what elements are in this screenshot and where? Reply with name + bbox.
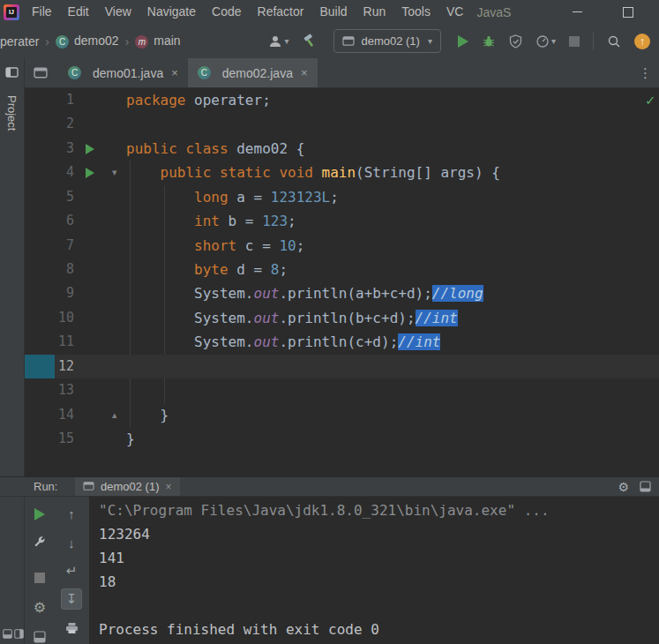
editor-line-13[interactable]: 13 <box>25 378 659 402</box>
toolwindow-icon[interactable] <box>3 629 12 639</box>
minimize-button[interactable] <box>562 0 592 24</box>
console-settings-gear-icon[interactable]: ⚙ <box>29 596 50 618</box>
line-number[interactable]: 5 <box>25 185 74 209</box>
console-line[interactable]: Process finished with exit code 0 <box>99 618 655 641</box>
menu-refactor[interactable]: Refactor <box>250 0 312 24</box>
breadcrumb-method[interactable]: mmain <box>135 34 180 49</box>
run-with-coverage-button[interactable] <box>509 34 522 49</box>
next-occurrence-icon[interactable]: ↓ <box>61 532 82 553</box>
run-gutter-icon[interactable] <box>86 168 94 178</box>
run-button[interactable] <box>458 35 468 48</box>
run-settings-gear-icon[interactable]: ⚙ <box>618 479 629 495</box>
console-line[interactable] <box>99 594 655 618</box>
breadcrumb-class[interactable]: Cdemo02 <box>56 34 119 49</box>
tab-demo02[interactable]: C demo02.java × <box>188 58 318 87</box>
console-line[interactable]: "C:\Program Files\Java\jdk1.8.0_321\bin\… <box>99 498 655 522</box>
hide-panel-icon[interactable] <box>640 481 651 492</box>
line-number[interactable]: 2 <box>25 112 74 136</box>
line-number[interactable]: 12 <box>25 355 74 378</box>
editor-line-6[interactable]: 6 int b = 123; <box>25 209 659 233</box>
print-icon[interactable] <box>61 618 82 639</box>
editor-line-8[interactable]: 8 byte d = 8; <box>25 258 659 281</box>
more-options-icon[interactable]: ⋮ <box>639 65 659 81</box>
menu-code[interactable]: Code <box>204 0 249 24</box>
toolwindow-icon[interactable] <box>14 629 24 639</box>
console-window-icon <box>83 482 94 491</box>
build-hammer-button[interactable] <box>302 34 317 49</box>
fold-icon[interactable]: ▴ <box>112 403 117 427</box>
line-number[interactable]: 8 <box>25 258 74 281</box>
line-number[interactable]: 13 <box>25 378 74 402</box>
soft-wrap-icon[interactable]: ↵ <box>61 560 82 581</box>
close-icon[interactable]: × <box>171 66 178 79</box>
menu-run[interactable]: Run <box>356 0 394 24</box>
window-title-fragment: JavaS <box>476 5 511 19</box>
chevron-down-icon: ▾ <box>428 36 432 46</box>
editor-line-7[interactable]: 7 short c = 10; <box>25 234 659 258</box>
run-tab-demo02[interactable]: demo02 (1) × <box>75 477 180 496</box>
editor-line-5[interactable]: 5 long a = 123123L; <box>25 185 659 209</box>
profiler-button[interactable]: ▾ <box>535 34 556 49</box>
close-icon[interactable]: × <box>301 66 308 79</box>
scroll-to-end-icon[interactable]: ↧ <box>61 588 82 610</box>
editor-line-9[interactable]: 9 System.out.println(a+b+c+d);//long <box>25 281 659 305</box>
stop-button[interactable] <box>569 36 580 47</box>
line-number[interactable]: 7 <box>25 234 74 258</box>
stop-process-button[interactable] <box>29 567 50 588</box>
line-number[interactable]: 9 <box>25 281 74 305</box>
code-text: long a = 123123L; <box>126 185 339 209</box>
editor-line-10[interactable]: 10 System.out.println(b+c+d);//int <box>25 306 659 330</box>
console-line[interactable]: 18 <box>99 570 655 594</box>
menu-vc[interactable]: VC <box>438 0 471 24</box>
inspections-ok-icon[interactable]: ✓ <box>645 93 656 109</box>
editor-window-icon <box>34 67 48 79</box>
tab-demo01[interactable]: C demo01.java × <box>58 58 188 87</box>
fold-icon[interactable]: ▾ <box>112 161 117 184</box>
line-number[interactable]: 11 <box>25 330 74 354</box>
project-tool-icon[interactable] <box>5 67 19 79</box>
run-gutter-icon[interactable] <box>86 144 94 154</box>
editor-line-11[interactable]: 11 System.out.println(c+d);//int <box>25 330 659 354</box>
modify-run-wrench-icon[interactable] <box>29 532 50 553</box>
menu-view[interactable]: View <box>97 0 139 24</box>
menu-navigate[interactable]: Navigate <box>139 0 204 24</box>
breadcrumb-package[interactable]: perater <box>0 34 39 49</box>
maximize-button[interactable] <box>613 0 643 24</box>
editor-line-14[interactable]: 14▴ } <box>25 403 659 427</box>
user-account-button[interactable]: ▾ <box>268 34 288 49</box>
close-icon[interactable]: × <box>165 481 171 493</box>
prev-occurrence-icon[interactable]: ↑ <box>61 503 82 524</box>
line-number[interactable]: 3 <box>25 137 74 161</box>
console-output[interactable]: "C:\Program Files\Java\jdk1.8.0_321\bin\… <box>99 497 655 644</box>
editor-line-4[interactable]: 4▾ public static void main(String[] args… <box>25 161 659 184</box>
run-configuration-selector[interactable]: demo02 (1) ▾ <box>333 29 441 53</box>
debug-bug-button[interactable] <box>482 34 496 49</box>
editor-line-1[interactable]: 1package operater; <box>25 88 659 112</box>
menu-file[interactable]: File <box>24 0 60 24</box>
line-number[interactable]: 15 <box>25 427 74 451</box>
rerun-button[interactable] <box>29 504 50 525</box>
console-line[interactable]: 123264 <box>99 522 655 546</box>
line-number[interactable]: 1 <box>25 88 74 112</box>
run-panel-header: Run: demo02 (1) × ⚙ <box>0 476 659 497</box>
editor-line-2[interactable]: 2 <box>25 112 659 136</box>
menu-tools[interactable]: Tools <box>393 0 438 24</box>
sidebar-item-project[interactable]: Project <box>5 95 19 131</box>
search-everywhere-button[interactable] <box>607 34 621 49</box>
line-number[interactable]: 6 <box>25 209 74 233</box>
line-number[interactable]: 4 <box>25 161 74 184</box>
editor-line-12[interactable]: 12 <box>25 355 659 378</box>
editor-line-3[interactable]: 3public class demo02 { <box>25 137 659 161</box>
run-panel-label: Run: <box>34 477 57 496</box>
line-number[interactable]: 14 <box>25 403 74 427</box>
titlebar: FileEditViewNavigateCodeRefactorBuildRun… <box>0 0 659 24</box>
navigation-toolbar: perater › Cdemo02 › mmain ▾ demo02 (1) ▾… <box>0 24 659 58</box>
code-editor[interactable]: 1package operater;23public class demo02 … <box>25 88 659 476</box>
ide-update-button[interactable]: ↑ <box>634 34 650 49</box>
line-number[interactable]: 10 <box>25 306 74 330</box>
dock-layout-icon[interactable] <box>29 626 50 644</box>
editor-line-15[interactable]: 15} <box>25 427 659 451</box>
console-line[interactable]: 141 <box>99 546 655 570</box>
menu-edit[interactable]: Edit <box>60 0 97 24</box>
menu-build[interactable]: Build <box>311 0 355 24</box>
